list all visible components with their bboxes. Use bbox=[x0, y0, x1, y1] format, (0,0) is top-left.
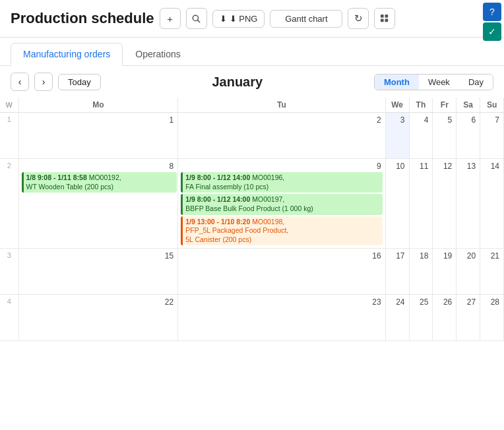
day-cell[interactable]: 14 bbox=[480, 159, 504, 249]
svg-rect-2 bbox=[381, 14, 384, 17]
day-cell[interactable]: 3 bbox=[385, 113, 409, 159]
th-header: Th bbox=[409, 98, 433, 113]
help-icon[interactable]: ? bbox=[483, 3, 501, 21]
day-cell[interactable]: 22 bbox=[18, 295, 178, 341]
week-num-3: 3 bbox=[0, 249, 18, 295]
day-cell[interactable]: 4 bbox=[409, 113, 433, 159]
day-cell[interactable]: 6 bbox=[457, 113, 480, 159]
next-button[interactable]: › bbox=[34, 73, 53, 91]
refresh-button[interactable]: ↻ bbox=[348, 8, 369, 29]
tab-manufacturing[interactable]: Manufacturing orders bbox=[11, 43, 123, 66]
week-num-2: 2 bbox=[0, 159, 18, 249]
day-cell[interactable]: 21 bbox=[480, 249, 504, 295]
calendar-grid: W Mo Tu We Th Fr Sa Su 1 1 2 3 4 5 6 7 bbox=[0, 98, 504, 341]
table-row: 2 8 1/8 9:08 - 1/11 8:58 MO00192,WT Wood… bbox=[0, 159, 504, 249]
day-cell[interactable]: 26 bbox=[433, 295, 457, 341]
day-cell[interactable]: 25 bbox=[409, 295, 433, 341]
day-cell[interactable]: 20 bbox=[457, 249, 480, 295]
gantt-button[interactable]: Gantt chart bbox=[270, 10, 342, 28]
event-mo00196[interactable]: 1/9 8:00 - 1/12 14:00 MO00196,FA Final a… bbox=[181, 172, 382, 193]
month-title: January bbox=[106, 75, 369, 90]
page-title: Production schedule bbox=[11, 10, 154, 27]
fr-header: Fr bbox=[433, 98, 457, 113]
week-col-header: W bbox=[0, 98, 18, 113]
table-row: 3 15 16 17 18 19 20 21 bbox=[0, 249, 504, 295]
day-cell[interactable]: 13 bbox=[457, 159, 480, 249]
day-cell[interactable]: 12 bbox=[433, 159, 457, 249]
svg-rect-4 bbox=[381, 18, 384, 22]
table-row: 4 22 23 24 25 26 27 28 bbox=[0, 295, 504, 341]
check-icon[interactable]: ✓ bbox=[483, 22, 501, 41]
event-mo00192[interactable]: 1/8 9:08 - 1/11 8:58 MO00192,WT Wooden T… bbox=[22, 172, 177, 193]
day-cell[interactable]: 7 bbox=[480, 113, 504, 159]
day-cell[interactable]: 1 bbox=[18, 113, 178, 159]
we-header: We bbox=[385, 98, 409, 113]
day-cell[interactable]: 9 1/9 8:00 - 1/12 14:00 MO00196,FA Final… bbox=[178, 159, 385, 249]
day-cell[interactable]: 24 bbox=[385, 295, 409, 341]
day-cell[interactable]: 18 bbox=[409, 249, 433, 295]
day-view-button[interactable]: Day bbox=[459, 75, 493, 90]
day-cell[interactable]: 10 bbox=[385, 159, 409, 249]
day-cell[interactable]: 17 bbox=[385, 249, 409, 295]
day-cell[interactable]: 28 bbox=[480, 295, 504, 341]
day-cell[interactable]: 27 bbox=[457, 295, 480, 341]
svg-line-1 bbox=[197, 20, 199, 22]
week-num-1: 1 bbox=[0, 113, 18, 159]
view-switcher: Month Week Day bbox=[374, 74, 493, 90]
sa-header: Sa bbox=[457, 98, 480, 113]
event-mo00197[interactable]: 1/9 8:00 - 1/12 14:00 MO00197,BBFP Base … bbox=[181, 194, 382, 214]
search-button[interactable] bbox=[186, 8, 207, 29]
day-cell[interactable]: 8 1/8 9:08 - 1/11 8:58 MO00192,WT Wooden… bbox=[18, 159, 178, 249]
add-button[interactable]: + bbox=[160, 8, 181, 29]
day-cell[interactable]: 23 bbox=[178, 295, 385, 341]
png-button[interactable]: ⬇ ⬇ PNG bbox=[212, 10, 265, 28]
day-cell[interactable]: 2 bbox=[178, 113, 385, 159]
week-num-4: 4 bbox=[0, 295, 18, 341]
week-view-button[interactable]: Week bbox=[419, 75, 459, 90]
svg-rect-5 bbox=[385, 18, 388, 22]
day-cell[interactable]: 19 bbox=[433, 249, 457, 295]
mo-header: Mo bbox=[18, 98, 178, 113]
png-label: ⬇ PNG bbox=[230, 14, 258, 24]
top-bar: Production schedule + ⬇ ⬇ PNG Gantt char… bbox=[0, 0, 504, 38]
tab-operations[interactable]: Operations bbox=[123, 43, 193, 65]
day-cell[interactable]: 15 bbox=[18, 249, 178, 295]
su-header: Su bbox=[480, 98, 504, 113]
prev-button[interactable]: ‹ bbox=[11, 73, 29, 91]
event-mo00198[interactable]: 1/9 13:00 - 1/10 8:20 MO00198,PFP_5L Pac… bbox=[181, 216, 382, 246]
tab-bar: Manufacturing orders Operations bbox=[0, 38, 504, 66]
day-cell[interactable]: 11 bbox=[409, 159, 433, 249]
day-cell[interactable]: 5 bbox=[433, 113, 457, 159]
today-button[interactable]: Today bbox=[58, 74, 101, 90]
calendar-nav: ‹ › Today January Month Week Day bbox=[0, 66, 504, 98]
svg-rect-3 bbox=[385, 14, 388, 17]
tu-header: Tu bbox=[178, 98, 385, 113]
table-row: 1 1 2 3 4 5 6 7 bbox=[0, 113, 504, 159]
day-cell[interactable]: 16 bbox=[178, 249, 385, 295]
month-view-button[interactable]: Month bbox=[375, 75, 419, 90]
grid-button[interactable] bbox=[374, 8, 395, 29]
corner-icons: ? ✓ bbox=[480, 0, 504, 44]
